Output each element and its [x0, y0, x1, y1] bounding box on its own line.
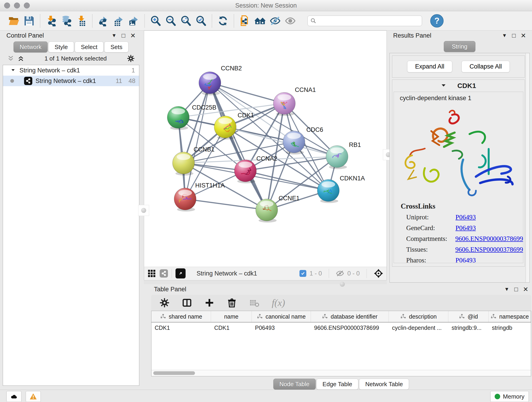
collapse-all-button[interactable]: Collapse All [462, 61, 510, 72]
search-icon [310, 18, 317, 24]
grid-view-icon[interactable] [147, 269, 156, 278]
column-header-label: shared name [169, 313, 202, 320]
close-panel-icon[interactable]: ✕ [521, 32, 526, 39]
import-network-file-button[interactable] [44, 14, 59, 28]
tab-network-table[interactable]: Network Table [359, 379, 409, 390]
crosslink-link[interactable]: 9606.ENSP00000378699 [455, 235, 523, 242]
save-session-button[interactable] [22, 14, 37, 28]
crosslink-link[interactable]: P06493 [456, 256, 476, 263]
network-node-CDC6[interactable] [283, 131, 305, 154]
selected-nodes-checkbox[interactable] [299, 270, 306, 277]
network-node-count: 11 [116, 77, 122, 85]
search-input[interactable] [319, 17, 419, 25]
column-header-namespace[interactable]: namespace [489, 311, 531, 322]
network-edge[interactable] [185, 83, 210, 199]
import-network-database-button[interactable] [59, 14, 74, 28]
export-network-button[interactable] [96, 14, 111, 28]
duplicate-network-button[interactable] [237, 14, 253, 28]
network-node-CDC25B[interactable] [167, 106, 189, 130]
collection-count: 1 [132, 67, 135, 74]
network-node-RB1[interactable] [326, 146, 348, 169]
column-header-database-identifier[interactable]: database identifier [311, 311, 389, 322]
open-session-button[interactable] [6, 14, 22, 28]
expand-all-icon[interactable] [17, 55, 24, 62]
zoom-selected-button[interactable] [193, 14, 209, 28]
close-panel-icon[interactable]: ✕ [130, 32, 136, 39]
tab-style[interactable]: Style [48, 41, 74, 52]
open-in-window-icon[interactable] [176, 268, 186, 279]
maximize-panel-icon[interactable]: □ [512, 32, 516, 39]
close-panel-icon[interactable]: ✕ [523, 286, 528, 293]
export-image-button[interactable] [126, 14, 141, 28]
section-expander-icon[interactable] [441, 83, 446, 89]
column-header-name[interactable]: name [211, 311, 252, 322]
float-panel-icon[interactable]: ▼ [502, 32, 507, 38]
column-header--id[interactable]: @id [448, 311, 489, 322]
add-column-icon[interactable] [204, 298, 215, 308]
show-columns-icon[interactable] [182, 298, 192, 308]
results-scrollbar[interactable] [526, 53, 530, 282]
help-button[interactable]: ? [430, 14, 443, 27]
zoom-in-button[interactable] [148, 14, 163, 28]
maximize-panel-icon[interactable]: □ [122, 32, 125, 39]
export-table-button[interactable] [111, 14, 126, 28]
collapse-all-icon[interactable] [7, 55, 14, 62]
tab-edge-table[interactable]: Edge Table [317, 379, 359, 390]
column-header-label: namespace [499, 313, 529, 320]
delete-table-icon[interactable] [249, 298, 259, 308]
left-splitter-handle[interactable] [138, 205, 149, 216]
network-row[interactable]: String Network – cdk1 11 48 [3, 76, 139, 86]
tree-expander-icon[interactable] [11, 68, 15, 73]
birdseye-view-icon[interactable] [160, 269, 168, 278]
tab-network[interactable]: Network [13, 41, 48, 52]
network-graph[interactable]: CCNB2CCNA1CDC25BCDK1CDC6RB1CCNB1CCNA2CDK… [144, 31, 386, 267]
tab-sets[interactable]: Sets [104, 41, 128, 52]
network-node-CCNE1[interactable] [256, 199, 278, 223]
table-settings-gear-icon[interactable] [159, 298, 170, 308]
show-all-button[interactable] [283, 14, 298, 28]
network-node-CCNA1[interactable] [273, 92, 295, 116]
refresh-layout-button[interactable] [215, 14, 230, 28]
memory-button[interactable]: Memory [490, 391, 529, 402]
crosslink-link[interactable]: P06493 [456, 224, 476, 231]
cloud-status-button[interactable] [6, 391, 22, 402]
float-panel-icon[interactable]: ▼ [504, 286, 509, 292]
network-edge[interactable] [185, 199, 267, 210]
network-node-CDK1[interactable] [214, 116, 236, 140]
maximize-panel-icon[interactable]: □ [514, 286, 518, 293]
expand-all-button[interactable]: Expand All [407, 61, 452, 72]
zoom-out-button[interactable] [163, 14, 178, 28]
panel-divider[interactable] [144, 280, 387, 284]
node-description: cyclin-dependent kinase 1 [394, 92, 523, 102]
crosslink-link[interactable]: 9606.ENSP00000378699 [455, 246, 523, 253]
crosshair-icon[interactable] [374, 269, 383, 278]
crosslink-link[interactable]: P06493 [456, 213, 476, 221]
network-node-CDKN1A[interactable] [317, 179, 339, 203]
tab-node-table[interactable]: Node Table [273, 379, 316, 390]
hidden-eye-icon[interactable] [336, 269, 344, 278]
table-horizontal-scrollbar[interactable] [152, 370, 531, 376]
tab-string[interactable]: String [444, 41, 475, 52]
node-section-header[interactable]: CDK1 [392, 80, 525, 92]
scrollbar-thumb[interactable] [153, 371, 195, 375]
warnings-button[interactable] [26, 391, 41, 402]
first-neighbors-button[interactable] [253, 14, 268, 28]
network-edge[interactable] [210, 83, 267, 210]
network-view[interactable]: CCNB2CCNA1CDC25BCDK1CDC6RB1CCNB1CCNA2CDK… [144, 31, 387, 280]
table-row[interactable]: CDK1CDK1P064939606.ENSP00000378699cyclin… [152, 322, 531, 333]
float-panel-icon[interactable]: ▼ [112, 32, 117, 38]
zoom-fit-button[interactable] [178, 14, 193, 28]
column-header-shared-name[interactable]: shared name [152, 311, 211, 322]
column-header-description[interactable]: description [389, 311, 448, 322]
network-collection-row[interactable]: String Network – cdk1 1 [3, 65, 139, 76]
delete-column-icon[interactable] [227, 298, 237, 308]
hide-selected-button[interactable] [268, 14, 283, 28]
string-results-box: Expand All Collapse All CDK1 cyclin-depe… [389, 53, 530, 283]
column-header-canonical-name[interactable]: canonical name [252, 311, 311, 322]
function-builder-button[interactable]: f(x) [272, 297, 285, 308]
tab-select[interactable]: Select [75, 41, 104, 52]
export-image-icon [128, 15, 139, 26]
gear-icon[interactable] [127, 55, 135, 62]
import-table-file-button[interactable] [74, 14, 89, 28]
network-node-HIST1H1A[interactable] [174, 188, 196, 211]
